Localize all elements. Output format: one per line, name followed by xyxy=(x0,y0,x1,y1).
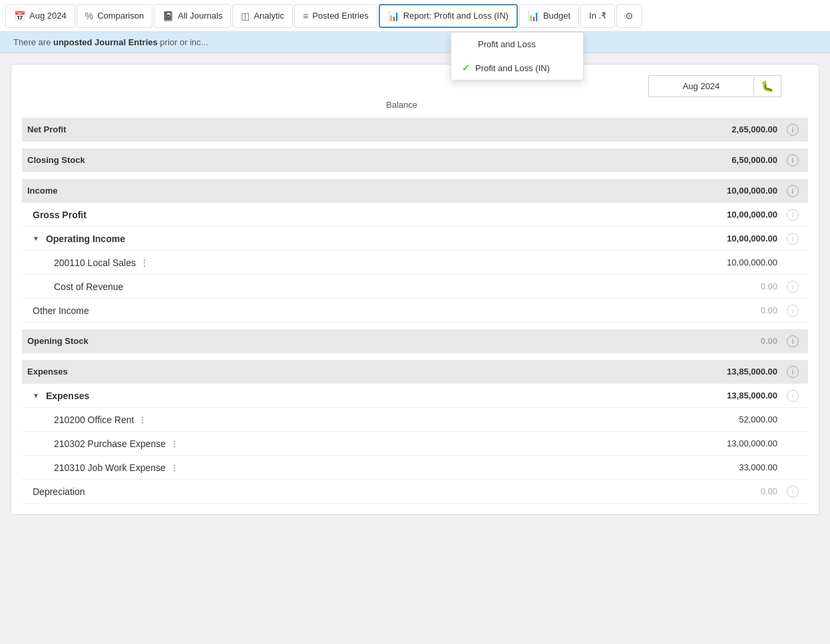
cost-revenue-label: Cost of Revenue xyxy=(54,281,696,292)
gross-profit-info[interactable]: i xyxy=(783,209,803,221)
dropdown-profit-loss[interactable]: Profit and Loss xyxy=(451,33,583,56)
purchase-expense-label: 210302 Purchase Expense ⋮ xyxy=(54,438,696,449)
row-income: Income 10,00,000.00 i xyxy=(22,179,808,203)
notification-banner: There are unposted Journal Entries prior… xyxy=(0,32,830,53)
report-dropdown: Profit and Loss ✓ Profit and Loss (IN) xyxy=(451,32,584,80)
opening-stock-label: Opening Stock xyxy=(27,336,696,346)
info-icon[interactable]: i xyxy=(787,154,799,166)
info-icon[interactable]: i xyxy=(787,185,799,197)
bug-icon[interactable]: 🐛 xyxy=(754,76,781,96)
check-mark: ✓ xyxy=(462,63,470,73)
cost-revenue-info[interactable]: i xyxy=(783,281,803,293)
row-gross-profit: Gross Profit 10,00,000.00 i xyxy=(22,203,808,227)
opening-stock-info[interactable]: i xyxy=(783,335,803,347)
main-content: Aug 2024 🐛 Balance Net Profit 2,65,000.0… xyxy=(0,53,830,526)
net-profit-value: 2,65,000.00 xyxy=(696,124,783,134)
row-cost-revenue: Cost of Revenue 0.00 i xyxy=(22,275,808,299)
info-icon[interactable]: i xyxy=(787,281,799,293)
row-net-profit: Net Profit 2,65,000.00 i xyxy=(22,118,808,142)
nav-comparison[interactable]: % Comparison xyxy=(77,4,153,28)
gross-profit-value: 10,00,000.00 xyxy=(696,210,783,220)
other-income-label: Other Income xyxy=(33,305,696,316)
balance-label: Balance xyxy=(22,100,781,110)
expenses-sub-label: ▼ Expenses xyxy=(33,391,696,401)
other-income-value: 0.00 xyxy=(696,305,783,315)
unposted-entries-link[interactable]: unposted Journal Entries xyxy=(53,37,158,47)
job-work-value: 33,000.00 xyxy=(696,462,783,472)
budget-icon: 📊 xyxy=(528,11,539,21)
row-expenses-sub: ▼ Expenses 13,85,000.00 i xyxy=(22,384,808,408)
info-icon[interactable]: i xyxy=(787,335,799,347)
calendar-icon: 📅 xyxy=(14,11,25,21)
closing-stock-info[interactable]: i xyxy=(783,154,803,166)
entries-icon: ≡ xyxy=(303,11,308,21)
row-opening-stock: Opening Stock 0.00 i xyxy=(22,329,808,353)
analytic-icon: ◫ xyxy=(241,11,250,21)
collapse-chevron[interactable]: ▼ xyxy=(33,235,39,242)
closing-stock-value: 6,50,000.00 xyxy=(696,155,783,165)
report-table: Net Profit 2,65,000.00 i Closing Stock 6… xyxy=(22,118,808,504)
row-operating-income: ▼ Operating Income 10,00,000.00 i xyxy=(22,227,808,251)
gross-profit-label: Gross Profit xyxy=(33,210,696,220)
nav-aug2024[interactable]: 📅 Aug 2024 xyxy=(5,4,75,28)
depreciation-info[interactable]: i xyxy=(783,486,803,498)
row-other-income: Other Income 0.00 i xyxy=(22,299,808,323)
depreciation-label: Depreciation xyxy=(33,486,696,497)
row-local-sales: 200110 Local Sales ⋮ 10,00,000.00 xyxy=(22,251,808,275)
expenses-section-value: 13,85,000.00 xyxy=(696,367,783,377)
job-work-label: 210310 Job Work Expense ⋮ xyxy=(54,462,696,473)
info-icon[interactable]: i xyxy=(787,233,799,245)
expenses-section-info[interactable]: i xyxy=(783,366,803,378)
opening-stock-value: 0.00 xyxy=(696,336,783,346)
nav-budget[interactable]: 📊 Budget xyxy=(519,4,579,28)
info-icon[interactable]: i xyxy=(787,305,799,317)
nav-currency[interactable]: In .₹ xyxy=(580,4,615,28)
period-label: Aug 2024 xyxy=(649,77,754,95)
office-rent-value: 52,000.00 xyxy=(696,414,783,424)
info-icon[interactable]: i xyxy=(787,124,799,136)
row-job-work: 210310 Job Work Expense ⋮ 33,000.00 xyxy=(22,456,808,480)
journal-icon: 📓 xyxy=(162,11,174,21)
info-icon[interactable]: i xyxy=(787,486,799,498)
income-value: 10,00,000.00 xyxy=(696,186,783,196)
operating-income-value: 10,00,000.00 xyxy=(696,234,783,243)
purchase-expense-value: 13,00,000.00 xyxy=(696,438,783,448)
row-menu-icon[interactable]: ⋮ xyxy=(138,414,147,425)
info-icon[interactable]: i xyxy=(787,209,799,221)
info-icon[interactable]: i xyxy=(787,390,799,402)
operating-income-info[interactable]: i xyxy=(783,233,803,245)
row-menu-icon[interactable]: ⋮ xyxy=(140,257,149,268)
report-card: Aug 2024 🐛 Balance Net Profit 2,65,000.0… xyxy=(11,64,819,515)
local-sales-value: 10,00,000.00 xyxy=(696,257,783,267)
row-purchase-expense: 210302 Purchase Expense ⋮ 13,00,000.00 xyxy=(22,432,808,456)
local-sales-label: 200110 Local Sales ⋮ xyxy=(54,257,696,268)
report-icon: 📊 xyxy=(388,11,399,21)
dropdown-profit-loss-in[interactable]: ✓ Profit and Loss (IN) xyxy=(451,56,583,80)
net-profit-info[interactable]: i xyxy=(783,124,803,136)
gear-icon: ⚙ xyxy=(625,11,634,21)
report-header: Aug 2024 🐛 xyxy=(22,75,781,97)
nav-settings[interactable]: ⚙ xyxy=(616,4,642,28)
percent-icon: % xyxy=(85,11,93,21)
period-header: Aug 2024 🐛 xyxy=(648,75,781,97)
closing-stock-label: Closing Stock xyxy=(27,155,696,165)
cost-revenue-value: 0.00 xyxy=(696,281,783,291)
income-info[interactable]: i xyxy=(783,185,803,197)
info-icon[interactable]: i xyxy=(787,366,799,378)
row-menu-icon[interactable]: ⋮ xyxy=(170,462,179,473)
nav-analytic[interactable]: ◫ Analytic xyxy=(232,4,293,28)
expenses-section-label: Expenses xyxy=(27,367,696,377)
nav-posted-entries[interactable]: ≡ Posted Entries xyxy=(294,4,377,28)
depreciation-value: 0.00 xyxy=(696,486,783,496)
nav-all-journals[interactable]: 📓 All Journals xyxy=(154,4,231,28)
expenses-sub-info[interactable]: i xyxy=(783,390,803,402)
office-rent-label: 210200 Office Rent ⋮ xyxy=(54,414,696,425)
net-profit-label: Net Profit xyxy=(27,124,696,134)
top-navigation: 📅 Aug 2024 % Comparison 📓 All Journals ◫… xyxy=(0,0,830,32)
row-expenses-section: Expenses 13,85,000.00 i xyxy=(22,360,808,384)
other-income-info[interactable]: i xyxy=(783,305,803,317)
row-menu-icon[interactable]: ⋮ xyxy=(170,438,179,449)
nav-report-pnl[interactable]: 📊 Report: Profit and Loss (IN) xyxy=(379,4,518,28)
collapse-chevron[interactable]: ▼ xyxy=(33,392,39,399)
row-depreciation: Depreciation 0.00 i xyxy=(22,480,808,504)
